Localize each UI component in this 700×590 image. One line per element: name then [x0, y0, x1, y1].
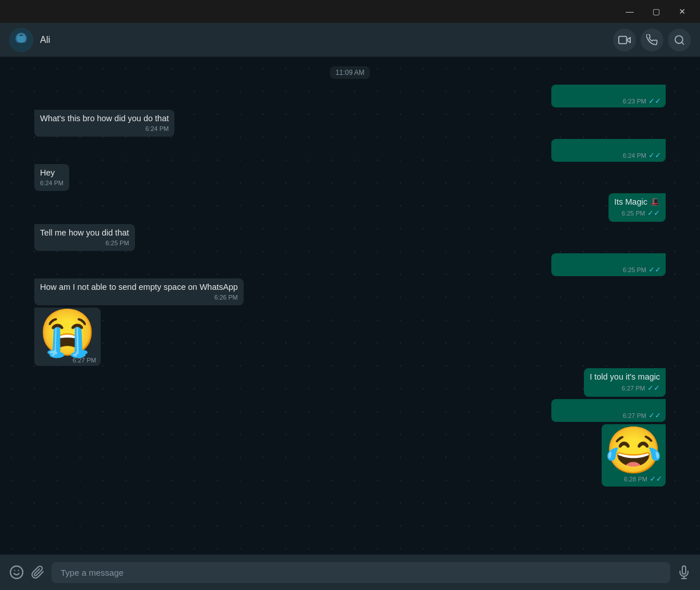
- maximize-button[interactable]: ▢: [643, 0, 669, 23]
- message-row: 😂 6:28 PM ✓✓: [34, 424, 666, 487]
- message-row: 6:24 PM ✓✓: [34, 139, 666, 162]
- chat-area: 11:09 AM 6:23 PM ✓✓ What's this bro how …: [0, 57, 700, 555]
- svg-line-7: [682, 42, 684, 44]
- video-icon: [618, 34, 631, 46]
- emoji-icon: [9, 565, 24, 580]
- message-bubble: 😂 6:28 PM ✓✓: [602, 424, 666, 487]
- message-bubble: 6:27 PM ✓✓: [551, 399, 666, 422]
- emoji-button[interactable]: [9, 565, 24, 580]
- video-call-button[interactable]: [613, 29, 636, 51]
- message-row: 6:23 PM ✓✓: [34, 85, 666, 107]
- emoji-sticker: 😂: [605, 428, 662, 473]
- input-bar: [0, 555, 700, 590]
- message-row: Its Magic 🎩 6:25 PM ✓✓: [34, 193, 666, 222]
- phone-icon: [646, 34, 658, 46]
- message-bubble: Hey 6:24 PM: [34, 164, 69, 191]
- message-row: 6:27 PM ✓✓: [34, 399, 666, 422]
- avatar-image: [9, 28, 33, 52]
- svg-point-8: [10, 566, 23, 579]
- emoji-sticker: 😭: [39, 310, 96, 356]
- message-row: Hey 6:24 PM: [34, 164, 666, 191]
- svg-rect-5: [619, 36, 627, 43]
- audio-call-button[interactable]: [641, 29, 663, 51]
- header-actions: [613, 29, 691, 51]
- message-bubble: 😭 6:27 PM: [34, 308, 101, 366]
- message-bubble: How am I not able to send empty space on…: [34, 278, 244, 305]
- close-button[interactable]: ✕: [669, 0, 695, 23]
- message-bubble: What's this bro how did you do that 6:24…: [34, 110, 174, 137]
- message-row: 😭 6:27 PM: [34, 308, 666, 366]
- mic-icon: [677, 565, 691, 579]
- mic-button[interactable]: [677, 565, 691, 579]
- chat-content: 11:09 AM 6:23 PM ✓✓ What's this bro how …: [0, 57, 700, 492]
- message-row: 6:25 PM ✓✓: [34, 253, 666, 276]
- message-bubble: Its Magic 🎩 6:25 PM ✓✓: [608, 193, 666, 222]
- search-icon: [674, 34, 685, 46]
- avatar: [9, 28, 33, 52]
- message-row: Tell me how you did that 6:25 PM: [34, 224, 666, 251]
- attach-button[interactable]: [31, 565, 45, 579]
- message-row: How am I not able to send empty space on…: [34, 278, 666, 305]
- search-button[interactable]: [668, 29, 691, 51]
- message-bubble: Tell me how you did that 6:25 PM: [34, 224, 135, 251]
- message-bubble: 6:23 PM ✓✓: [551, 85, 666, 107]
- chat-header: Ali: [0, 23, 700, 57]
- message-row: I told you it's magic 6:27 PM ✓✓: [34, 368, 666, 397]
- title-bar: — ▢ ✕: [0, 0, 700, 23]
- message-bubble: 6:24 PM ✓✓: [551, 139, 666, 162]
- timestamp-divider: 11:09 AM: [34, 66, 666, 79]
- svg-marker-4: [627, 37, 630, 42]
- attach-icon: [31, 565, 45, 579]
- message-row: What's this bro how did you do that 6:24…: [34, 110, 666, 137]
- minimize-button[interactable]: —: [617, 0, 643, 23]
- message-bubble: I told you it's magic 6:27 PM ✓✓: [584, 368, 666, 397]
- message-bubble: 6:25 PM ✓✓: [551, 253, 666, 276]
- contact-name: Ali: [40, 35, 613, 45]
- message-input[interactable]: [51, 562, 670, 583]
